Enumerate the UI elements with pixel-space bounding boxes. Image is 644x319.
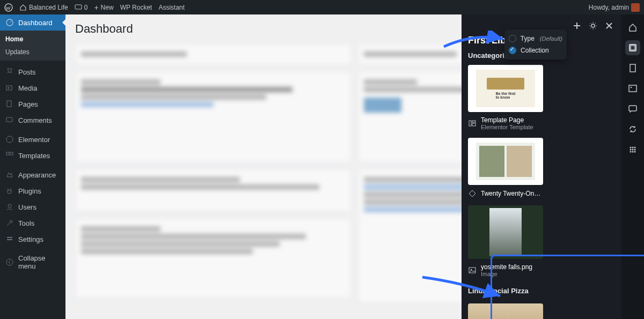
sidebar-item-media[interactable]: Media [0,80,65,96]
plugins-icon [5,187,14,195]
sidebar-item-posts[interactable]: Posts [0,64,65,80]
svg-point-32 [630,151,632,153]
main-content: Dashboard Type (Default) [65,14,644,319]
pin-icon [5,68,14,76]
library-card-template[interactable]: Be the firstto know Template PageElement… [468,65,543,130]
sidebar-item-templates[interactable]: Templates [0,147,65,164]
media-icon [5,84,14,92]
rail-library[interactable] [625,40,640,55]
sidebar-item-pages[interactable]: Pages [0,96,65,112]
comments-link[interactable]: 0 [75,4,88,11]
svg-point-30 [632,149,634,151]
rail-apps[interactable] [625,142,640,157]
sidebar-item-appearance[interactable]: Appearance [0,167,65,183]
library-card-theme[interactable]: Twenty Twenty-On… [468,138,543,198]
svg-rect-22 [630,64,635,72]
users-icon [5,203,14,211]
settings-button[interactable] [587,20,599,32]
svg-point-27 [632,147,634,149]
new-link[interactable]: +New [94,3,113,12]
sidebar-item-plugins[interactable]: Plugins [0,183,65,199]
rail-image[interactable] [625,81,640,96]
svg-point-0 [5,4,12,11]
radio-checked-icon [509,47,516,54]
howdy-link[interactable]: Howdy, admin [589,3,640,12]
svg-point-24 [631,87,632,88]
rail-home[interactable] [625,20,640,35]
assistant-rail [621,14,644,319]
svg-rect-5 [7,101,11,107]
svg-point-13 [6,259,13,265]
sidebar-item-label: Dashboard [18,19,53,27]
annotation-arrow-1 [441,31,506,52]
svg-point-14 [591,24,595,27]
thumbnail: Be the firstto know [468,65,543,112]
svg-point-33 [632,151,634,153]
svg-rect-25 [629,106,636,111]
dropdown-option-collection[interactable]: Collection [509,44,562,56]
svg-rect-12 [7,239,12,240]
svg-rect-23 [629,85,636,92]
sidebar-item-elementor[interactable]: Elementor [0,131,65,147]
wp-logo[interactable] [4,3,13,12]
svg-rect-11 [7,237,12,238]
annotation-arrow-2 [420,272,506,304]
comments-icon [5,116,14,124]
rail-sync[interactable] [625,122,640,137]
dashboard-icon [5,18,14,27]
svg-rect-15 [469,121,471,126]
rail-document[interactable] [625,61,640,76]
template-icon [468,119,477,128]
close-button[interactable] [603,20,615,32]
svg-rect-6 [6,117,12,122]
group-by-dropdown: Type (Default) Collection [504,29,567,60]
tools-icon [5,219,14,227]
rail-chat[interactable] [625,101,640,116]
svg-rect-9 [10,152,13,155]
pages-icon [5,100,14,108]
admin-sidebar: Dashboard Home Updates Posts Media Pages… [0,14,65,319]
dropdown-option-type[interactable]: Type (Default) [509,33,562,44]
sidebar-item-dashboard[interactable]: Dashboard [0,14,65,31]
svg-rect-21 [631,46,635,50]
library-card-image[interactable]: yosemite falls.pngImage [468,205,543,277]
sidebar-item-tools[interactable]: Tools [0,215,65,231]
sidebar-item-settings[interactable]: Settings [0,231,65,247]
sidebar-sub-home[interactable]: Home [0,33,65,46]
svg-point-7 [6,136,13,143]
avatar [631,3,640,12]
templates-icon [5,151,14,160]
svg-point-26 [630,147,632,149]
svg-point-31 [634,149,636,151]
thumbnail [468,205,543,259]
svg-rect-17 [472,123,475,126]
sidebar-sub-updates[interactable]: Updates [0,46,65,58]
collapse-icon [5,258,14,266]
svg-point-4 [8,87,10,89]
svg-point-10 [8,204,11,207]
wp-admin-bar: Balanced Life 0 +New WP Rocket Assistant… [0,0,644,14]
svg-point-34 [634,151,636,153]
sidebar-item-collapse[interactable]: Collapse menu [0,250,65,274]
add-button[interactable] [571,20,583,32]
settings-icon [5,235,14,243]
svg-rect-1 [75,5,82,9]
thumbnail [468,303,543,319]
theme-icon [468,189,477,198]
appearance-icon [5,170,14,179]
assistant-link[interactable]: Assistant [158,4,185,11]
svg-point-29 [630,149,632,151]
thumbnail [468,138,543,185]
wp-rocket-link[interactable]: WP Rocket [120,4,152,11]
svg-rect-16 [472,121,475,122]
svg-point-28 [634,147,636,149]
elementor-icon [5,135,14,144]
site-link[interactable]: Balanced Life [19,4,68,11]
sidebar-item-users[interactable]: Users [0,199,65,215]
svg-rect-8 [6,152,9,155]
sidebar-item-comments[interactable]: Comments [0,112,65,128]
radio-unchecked-icon [509,35,516,42]
